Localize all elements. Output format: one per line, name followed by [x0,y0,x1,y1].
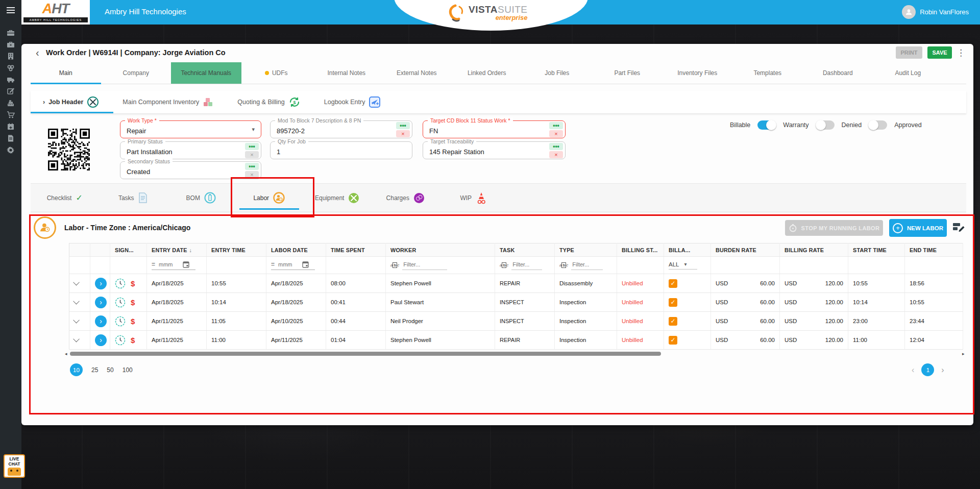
target-traceability-field[interactable]: Target Traceability 145 Repair Station •… [423,141,566,159]
denied-toggle[interactable] [869,120,887,130]
tab-udfs[interactable]: UDFs [241,62,312,84]
stop-running-labor-button[interactable]: STOP MY RUNNING LABOR [785,220,883,236]
target-traceability-clear-icon[interactable]: × [549,151,563,158]
equals-operator-icon[interactable]: = [152,261,155,268]
col-task[interactable]: TASK [495,243,555,257]
dollar-sign-icon[interactable]: $ [131,336,135,345]
qty-for-job-field[interactable]: Qty For Job 1 [270,141,412,159]
dollar-sign-icon[interactable]: $ [131,279,135,288]
mod-to-block-field[interactable]: Mod To Block 7 Description & 8 PN 895720… [270,120,412,138]
hamburger-menu-icon[interactable] [7,7,15,15]
tab-templates[interactable]: Templates [732,62,803,84]
print-button[interactable]: PRINT [896,46,922,59]
section-tab-labor[interactable]: Labor [235,184,304,212]
sidebar-icon-briefcase-alt[interactable] [7,40,15,48]
type-filter-input[interactable] [571,261,603,268]
col-end-time[interactable]: END TIME [905,243,963,257]
secondary-status-clear-icon[interactable]: × [245,171,259,178]
live-chat-widget[interactable]: LIVE CHAT [4,454,25,478]
scrollbar-thumb[interactable] [70,352,661,356]
open-row-button[interactable]: › [95,334,107,346]
billable-filter-select[interactable]: ALL▾ [669,261,697,270]
work-type-field[interactable]: Work Type * Repair ▾ [120,120,261,138]
page-size-25[interactable]: 25 [91,366,98,374]
subnav-main-component-inventory[interactable]: Main Component Inventory [122,97,214,107]
labor-date-filter[interactable]: = [271,261,315,270]
clock-sign-icon[interactable] [115,335,126,346]
worker-filter-input[interactable] [402,261,447,268]
sidebar-icon-settings-gear[interactable] [7,146,15,154]
subnav-logbook-entry[interactable]: Logbook Entry [324,96,381,108]
scroll-left-icon[interactable]: ◂ [65,351,69,356]
sidebar-icon-register[interactable] [7,99,15,107]
tab-technical-manuals[interactable]: Technical Manuals [171,62,241,84]
tab-company[interactable]: Company [101,62,172,84]
col-start-time[interactable]: START TIME [848,243,905,257]
expand-row-icon[interactable] [73,317,80,324]
clock-sign-icon[interactable] [115,278,126,289]
scroll-right-icon[interactable]: ▸ [962,351,966,356]
section-tab-wip[interactable]: WIP [439,184,508,212]
target-cd-clear-icon[interactable]: × [549,130,563,137]
open-row-button[interactable]: › [95,297,107,308]
mod-to-block-clear-icon[interactable]: × [396,130,410,137]
billable-checkbox[interactable]: ✓ [669,298,677,307]
col-billing-status[interactable]: BILLING ST... [617,243,664,257]
sidebar-icon-calendar-plus[interactable] [7,123,15,131]
task-filter-input[interactable] [511,261,542,268]
calendar-icon[interactable] [302,261,309,268]
secondary-status-more-icon[interactable]: ••• [245,163,259,170]
labor-date-filter-input[interactable] [277,261,300,268]
col-burden-rate[interactable]: BURDEN RATE [711,243,780,257]
col-entry-time[interactable]: ENTRY TIME [207,243,266,257]
clock-sign-icon[interactable] [115,297,126,308]
new-labor-button[interactable]: + NEW LABOR [889,219,947,237]
warranty-toggle[interactable] [816,120,835,130]
aht-logo[interactable]: AHT AMBRY HILL TECHNOLOGIES [21,0,90,25]
current-page-indicator[interactable]: 1 [921,363,934,376]
mod-to-block-more-icon[interactable]: ••• [396,122,410,129]
col-labor-date[interactable]: LABOR DATE [266,243,326,257]
page-size-10[interactable]: 10 [70,363,83,376]
target-cd-field[interactable]: Target CD Block 11 Status Work * FN •••× [423,120,566,138]
sidebar-icon-links[interactable] [7,64,15,72]
expand-row-icon[interactable] [73,298,80,305]
section-tab-equipment[interactable]: Equipment [303,184,372,212]
more-actions-icon[interactable]: ⋮ [957,47,965,58]
back-chevron-icon[interactable]: ‹ [36,47,39,59]
billable-checkbox[interactable]: ✓ [669,336,677,345]
page-next-icon[interactable]: › [941,365,944,375]
edit-columns-icon[interactable] [952,222,965,233]
tab-job-files[interactable]: Job Files [522,62,593,84]
tab-dashboard[interactable]: Dashboard [803,62,873,84]
open-row-button[interactable]: › [95,278,107,289]
col-worker[interactable]: WORKER [386,243,495,257]
sidebar-icon-edit-note[interactable] [7,87,15,95]
expand-row-icon[interactable] [73,279,80,286]
dropdown-caret-icon[interactable]: ▾ [252,126,255,133]
sidebar-icon-document[interactable] [7,134,15,142]
sidebar-icon-building[interactable] [7,52,15,60]
dollar-sign-icon[interactable]: $ [131,317,135,326]
tab-main[interactable]: Main [31,62,101,84]
entry-date-filter[interactable]: = [152,261,195,270]
col-sign[interactable]: SIGN... [110,243,147,257]
expand-row-icon[interactable] [73,336,80,343]
page-size-100[interactable]: 100 [122,366,133,374]
section-tab-checklist[interactable]: Checklist✓ [31,184,99,212]
target-cd-more-icon[interactable]: ••• [549,122,563,129]
section-tab-tasks[interactable]: Tasks [99,184,167,212]
tab-linked-orders[interactable]: Linked Orders [452,62,522,84]
billable-toggle[interactable] [757,120,776,130]
col-billable[interactable]: BILLA... [664,243,711,257]
page-prev-icon[interactable]: ‹ [912,365,914,375]
equals-operator-icon[interactable]: = [271,261,275,268]
tab-audit-log[interactable]: Audit Log [873,62,943,84]
section-tab-charges[interactable]: Charges [372,184,440,212]
tab-internal-notes[interactable]: Internal Notes [311,62,382,84]
col-time-spent[interactable]: TIME SPENT [326,243,386,257]
dollar-sign-icon[interactable]: $ [131,298,135,307]
sidebar-icon-cart[interactable] [7,111,15,119]
tab-external-notes[interactable]: External Notes [382,62,452,84]
primary-status-field[interactable]: Primary Status Part Installation •••× [120,141,261,159]
